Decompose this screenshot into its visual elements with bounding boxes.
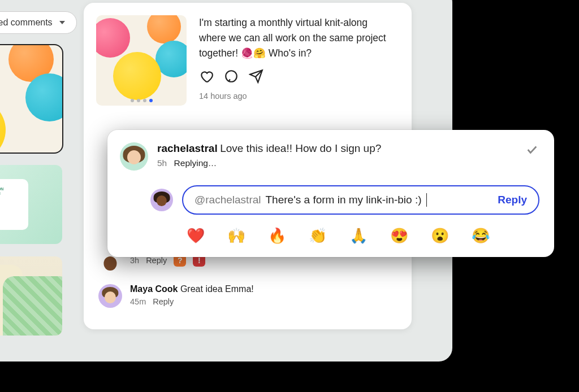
chevron-down-icon bbox=[59, 21, 65, 24]
svg-point-0 bbox=[226, 71, 237, 82]
text-cursor bbox=[426, 193, 427, 207]
carousel-dots[interactable] bbox=[96, 99, 187, 102]
like-icon[interactable] bbox=[199, 69, 214, 86]
emoji-wow[interactable]: 😮 bbox=[431, 227, 449, 245]
share-icon[interactable] bbox=[249, 69, 263, 86]
emoji-heart[interactable]: ❤️ bbox=[187, 227, 205, 245]
thumbnail-selected[interactable] bbox=[0, 45, 62, 153]
emoji-heart-eyes[interactable]: 😍 bbox=[390, 227, 408, 245]
emoji-clap[interactable]: 👏 bbox=[309, 227, 327, 245]
comment-username: rachelastral bbox=[157, 142, 218, 154]
emoji-pray[interactable]: 🙏 bbox=[349, 227, 368, 245]
avatar bbox=[120, 142, 148, 171]
check-icon[interactable] bbox=[526, 143, 538, 156]
reply-status: Replying… bbox=[174, 158, 217, 168]
emoji-picker: ❤️ 🙌 🔥 👏 🙏 😍 😮 😂 bbox=[187, 227, 539, 245]
filter-dropdown[interactable]: answered comments bbox=[0, 11, 77, 34]
post-caption: I'm starting a monthly virtual knit-alon… bbox=[199, 15, 396, 61]
emoji-fire[interactable]: 🔥 bbox=[268, 227, 286, 245]
comment-age: 45m bbox=[130, 297, 146, 306]
reply-link[interactable]: Reply bbox=[146, 256, 167, 265]
reply-button[interactable]: Reply bbox=[498, 194, 527, 206]
comment-text: Love this idea!! How do I sign up? bbox=[220, 142, 381, 154]
thumbnail[interactable]: COTTONFRESH 14 bbox=[0, 165, 62, 244]
reply-mention: @rachelastral bbox=[195, 194, 261, 206]
post-thumbnails: COTTONFRESH 14 bbox=[0, 45, 62, 336]
reply-input[interactable]: @rachelastral There's a form in my link-… bbox=[182, 185, 539, 215]
avatar bbox=[98, 284, 122, 308]
reply-link[interactable]: Reply bbox=[153, 297, 174, 306]
filter-label: answered comments bbox=[0, 18, 53, 28]
emoji-joy[interactable]: 😂 bbox=[472, 227, 490, 245]
reply-text-value: There's a form in my link-in-bio :) bbox=[266, 194, 422, 206]
comment-text: Great idea Emma! bbox=[180, 284, 254, 294]
comment-row: Maya Cook Great idea Emma! 45m Reply bbox=[96, 280, 396, 312]
avatar bbox=[150, 189, 173, 211]
comment-age: 3h bbox=[130, 256, 139, 265]
emoji-raised-hands[interactable]: 🙌 bbox=[227, 227, 245, 245]
post-image[interactable] bbox=[96, 15, 187, 106]
comment-icon[interactable] bbox=[224, 69, 239, 86]
reply-popover: rachelastral Love this idea!! How do I s… bbox=[107, 130, 554, 257]
post-timestamp: 14 hours ago bbox=[199, 92, 396, 101]
comment-age: 5h bbox=[157, 158, 167, 168]
comment-username: Maya Cook bbox=[130, 284, 178, 294]
thumbnail[interactable] bbox=[0, 256, 62, 336]
